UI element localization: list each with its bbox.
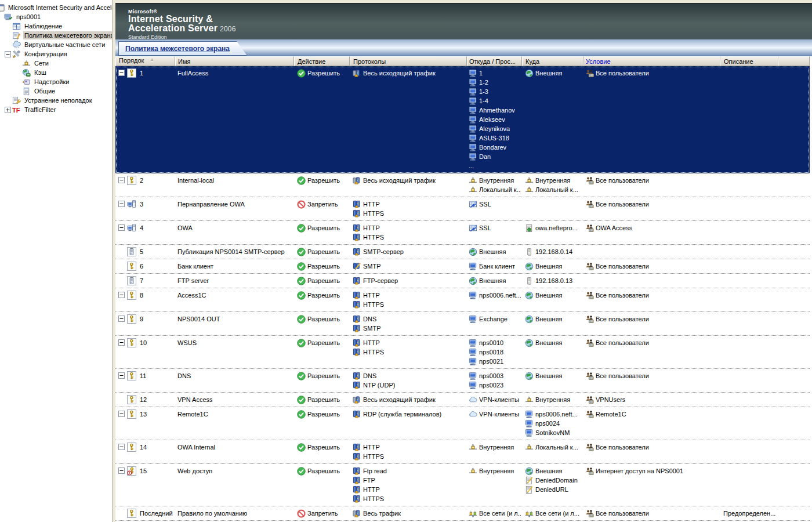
to-item: Все сети (и л...	[525, 509, 582, 518]
policy-rule-row-8[interactable]: 8Access1CРазрешитьHTTPHTTPSnps0006.neft.…	[115, 288, 810, 312]
sidebar-item-label: Microsoft Internet Security and Accele	[7, 3, 113, 12]
policy-rule-row-3[interactable]: 3Пернаправление OWAЗапретитьHTTPHTTPSSSL…	[115, 197, 810, 221]
expander-minus-icon[interactable]	[118, 339, 125, 346]
column-header-order[interactable]: Порядок▲	[115, 56, 175, 66]
cell-condition: Все пользователи	[583, 68, 720, 171]
cell-protocols: FTP-сервер	[350, 276, 467, 285]
cell-condition: Все пользователи	[583, 371, 720, 390]
protocol-item: HTTP	[353, 338, 466, 347]
sidebar-item-networks[interactable]: Сети	[0, 59, 112, 68]
sidebar-item-configuration[interactable]: Конфигурация	[0, 49, 112, 59]
column-header-from[interactable]: Откуда / Прос...	[467, 56, 522, 66]
sidebar-item-addins[interactable]: Надстройки	[0, 77, 112, 86]
policy-rule-row-12[interactable]: 12VPN AccessРазрешитьВесь исходящий траф…	[115, 393, 810, 407]
expander-minus-icon[interactable]	[118, 70, 125, 76]
expander-plus-icon[interactable]	[5, 107, 11, 113]
traffic-all-icon	[353, 176, 361, 185]
policy-rule-row-15[interactable]: 15Web доступРазрешитьFtp readFTPHTTPHTTP…	[115, 464, 810, 506]
sidebar-item-troubleshooting[interactable]: Устранение неполадок	[0, 96, 112, 105]
to-item: DeniedURL	[525, 485, 582, 494]
expander-minus-icon[interactable]	[118, 411, 125, 417]
cell-condition: Все пользователи	[583, 262, 720, 271]
policy-rule-row-4[interactable]: 4OWAРазрешитьHTTPHTTPSSSLowa.neftepro...…	[115, 221, 810, 245]
action-item: Разрешить	[297, 338, 349, 347]
column-header-filler[interactable]	[778, 56, 810, 66]
policy-rule-row-13[interactable]: 13Remote1CРазрешитьRDP (служба терминало…	[115, 407, 810, 440]
sidebar-item-label: Сети	[33, 59, 50, 67]
sidebar-item-label: Конфигурация	[23, 50, 68, 58]
sidebar-item-firewall-policy[interactable]: Политика межсетевого экрана	[0, 31, 112, 40]
column-header-name[interactable]: Имя	[175, 56, 294, 66]
column-header-protocols[interactable]: Протоколы	[350, 56, 467, 66]
policy-rule-row-5[interactable]: 5Публикация NPS0014 SMTP-серверРазрешить…	[115, 245, 810, 259]
cell-action: Разрешить	[294, 68, 350, 171]
from-item: nps0003	[469, 371, 521, 380]
computer-icon	[525, 410, 534, 419]
policy-rule-row-11[interactable]: 11DNSРазрешитьDNSNTP (UDP)nps0003nps0023…	[115, 369, 810, 393]
tab-firewall-policy[interactable]: Политика межсетевого экрана	[118, 41, 247, 56]
expander-minus-icon[interactable]	[118, 224, 125, 231]
globe-icon	[525, 339, 534, 347]
cell-from: VPN-клиенты	[467, 409, 522, 437]
computer-icon	[525, 419, 534, 428]
column-header-description[interactable]: Описание	[720, 56, 778, 66]
action-label: Разрешить	[307, 396, 340, 403]
cell-from: Все сети (и л...	[467, 509, 522, 518]
policy-rule-row-10[interactable]: 10WSUSРазрешитьHTTPHTTPSnps0010nps0018np…	[115, 336, 810, 369]
action-item: Разрешить	[297, 443, 349, 452]
sidebar-item-vpn[interactable]: Виртуальные частные сети	[0, 40, 112, 49]
to-item: Внешняя	[525, 68, 582, 78]
sidebar-item-label: Виртуальные частные сети	[23, 41, 106, 49]
policy-rule-row-Последний[interactable]: ПоследнийПравило по умолчаниюЗапретитьВе…	[115, 506, 810, 521]
sidebar-item-cache[interactable]: Кэш	[0, 68, 112, 77]
expander-minus-icon[interactable]	[118, 316, 125, 322]
expander-minus-icon[interactable]	[5, 51, 11, 57]
cell-order: 6	[115, 262, 175, 271]
column-header-action[interactable]: Действие	[294, 56, 350, 66]
expander-minus-icon[interactable]	[118, 177, 125, 183]
sidebar-item-label: Политика межсетевого экрана	[23, 31, 113, 39]
sidebar-item-general[interactable]: Общие	[0, 86, 112, 96]
policy-rule-row-7[interactable]: 7FTP serverРазрешитьFTP-серверВнешняя192…	[115, 274, 810, 288]
policy-rule-row-2[interactable]: 2Internal-localРазрешитьВесь исходящий т…	[115, 173, 810, 197]
cell-protocols: HTTPHTTPS	[350, 291, 467, 309]
action-label: Разрешить	[307, 292, 340, 299]
cell-condition: Все пользователи	[583, 443, 720, 461]
expander-minus-icon[interactable]	[118, 292, 125, 298]
cell-filler	[778, 466, 781, 503]
column-header-condition[interactable]: Условие	[583, 56, 720, 66]
column-header-to[interactable]: Куда	[522, 56, 583, 66]
expander-minus-icon[interactable]	[118, 201, 125, 207]
cell-protocols: HTTPHTTPS	[350, 338, 467, 366]
computer-icon	[469, 315, 477, 324]
policy-rule-row-1[interactable]: 1FullAccessРазрешитьВесь исходящий трафи…	[115, 66, 810, 173]
cell-name: Remote1C	[175, 409, 294, 437]
policy-rule-row-6[interactable]: 6Банк клиентРазрешитьSMTPБанк клиентВнеш…	[115, 259, 810, 274]
cell-description	[720, 262, 778, 271]
protocol-item-label: HTTPS	[363, 495, 384, 502]
sidebar-item-root[interactable]: Microsoft Internet Security and Accele	[0, 3, 112, 12]
expander-minus-icon[interactable]	[118, 467, 125, 474]
to-item-label: Локальный к...	[535, 186, 578, 193]
cell-to: Внешняя	[522, 338, 583, 366]
cell-from: nps0006.neft...	[467, 291, 522, 309]
policy-rule-row-14[interactable]: 14OWA InternalРазрешитьHTTPHTTPSВнутренн…	[115, 440, 810, 464]
expander-minus-icon[interactable]	[118, 444, 125, 450]
policy-rule-row-9[interactable]: 9NPS0014 OUTРазрешитьDNSSMTPExchangeВнеш…	[115, 312, 810, 336]
condition-item: Все пользователи	[585, 262, 719, 271]
sidebar-item-trafficfilter[interactable]: TFTrafficFilter	[0, 105, 112, 114]
protocol-item: HTTPS	[353, 494, 466, 503]
webpage-icon	[525, 224, 534, 233]
rule-order-number: 2	[140, 176, 143, 185]
expander-minus-icon[interactable]	[118, 372, 125, 379]
sidebar-item-monitoring[interactable]: Наблюдение	[0, 21, 112, 31]
sidebar-item-nps0001[interactable]: nps0001	[0, 12, 112, 21]
rule-name: NPS0014 OUT	[177, 316, 220, 322]
action-label: Разрешить	[307, 467, 340, 474]
globe-icon	[525, 315, 534, 324]
expander-placeholder	[118, 277, 125, 284]
from-item-label: 1-3	[479, 88, 488, 95]
computer-icon	[525, 429, 534, 437]
sidebar-item-label: nps0001	[15, 13, 42, 21]
cell-condition: Все пользователи	[583, 200, 720, 218]
